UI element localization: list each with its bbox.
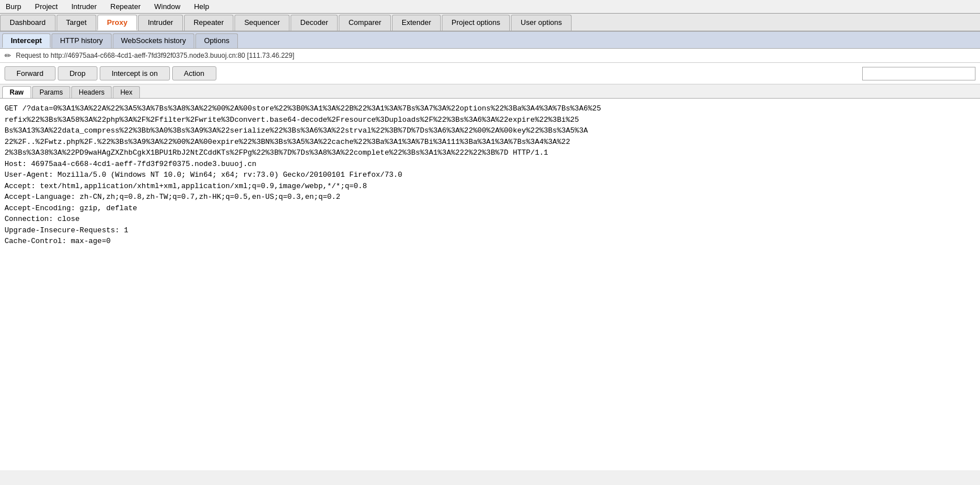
action-button[interactable]: Action bbox=[172, 66, 216, 80]
action-bar: Forward Drop Intercept is on Action bbox=[0, 63, 980, 84]
top-tab-dashboard[interactable]: Dashboard bbox=[0, 15, 56, 31]
menu-intruder[interactable]: Intruder bbox=[68, 1, 100, 12]
sub-tab-options[interactable]: Options bbox=[195, 33, 238, 48]
forward-button[interactable]: Forward bbox=[5, 66, 56, 80]
top-tab-extender[interactable]: Extender bbox=[392, 15, 441, 31]
top-tab-user-options[interactable]: User options bbox=[511, 15, 572, 31]
menu-window[interactable]: Window bbox=[151, 1, 184, 12]
content-tab-headers[interactable]: Headers bbox=[71, 86, 112, 98]
top-tab-sequencer[interactable]: Sequencer bbox=[235, 15, 289, 31]
intercept-button[interactable]: Intercept is on bbox=[100, 66, 170, 80]
top-tab-project-options[interactable]: Project options bbox=[442, 15, 510, 31]
search-input[interactable] bbox=[862, 67, 975, 80]
sub-tab-http-history[interactable]: HTTP history bbox=[52, 33, 112, 48]
pencil-icon: ✏ bbox=[5, 51, 11, 60]
menu-project[interactable]: Project bbox=[31, 1, 61, 12]
request-content: GET /?data=0%3A1%3A%22A%22%3A5%3A%7Bs%3A… bbox=[0, 99, 980, 470]
menu-burp[interactable]: Burp bbox=[2, 1, 24, 12]
content-tabs: RawParamsHeadersHex bbox=[0, 84, 980, 99]
content-tab-hex[interactable]: Hex bbox=[113, 86, 139, 98]
top-tab-decoder[interactable]: Decoder bbox=[291, 15, 338, 31]
request-url: Request to http://46975aa4-c668-4cd1-aef… bbox=[16, 52, 295, 59]
top-tab-intruder[interactable]: Intruder bbox=[138, 15, 183, 31]
sub-tab-websockets-history[interactable]: WebSockets history bbox=[113, 33, 195, 48]
request-info: ✏ Request to http://46975aa4-c668-4cd1-a… bbox=[0, 49, 980, 63]
menu-bar: Burp Project Intruder Repeater Window He… bbox=[0, 0, 980, 14]
content-tab-raw[interactable]: Raw bbox=[2, 86, 31, 98]
menu-repeater[interactable]: Repeater bbox=[107, 1, 144, 12]
sub-tabs: InterceptHTTP historyWebSockets historyO… bbox=[0, 32, 980, 49]
menu-help[interactable]: Help bbox=[190, 1, 212, 12]
top-tab-target[interactable]: Target bbox=[57, 15, 96, 31]
top-tab-comparer[interactable]: Comparer bbox=[339, 15, 391, 31]
sub-tab-intercept[interactable]: Intercept bbox=[2, 33, 50, 48]
content-tab-params[interactable]: Params bbox=[32, 86, 70, 98]
top-tab-repeater[interactable]: Repeater bbox=[184, 15, 233, 31]
top-tabs: DashboardTargetProxyIntruderRepeaterSequ… bbox=[0, 14, 980, 32]
top-tab-proxy[interactable]: Proxy bbox=[97, 15, 137, 31]
drop-button[interactable]: Drop bbox=[58, 66, 97, 80]
